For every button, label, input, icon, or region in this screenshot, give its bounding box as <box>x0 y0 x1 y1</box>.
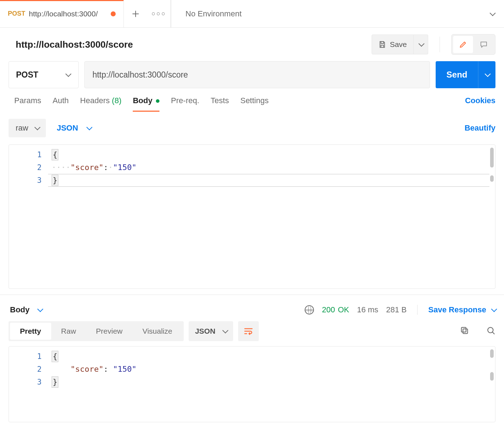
plus-icon <box>132 10 140 18</box>
view-mode-toggle <box>451 34 495 55</box>
tab-title: http://localhost:3000/ <box>29 10 107 18</box>
send-button-group: Send <box>436 61 495 88</box>
json-key: "score" <box>70 163 104 172</box>
globe-icon[interactable] <box>305 305 314 314</box>
view-visualize-button[interactable]: Visualize <box>132 323 182 340</box>
response-size: 281 B <box>386 305 407 314</box>
space-guide: · <box>108 163 113 172</box>
tab-params[interactable]: Params <box>14 96 41 112</box>
save-button-label: Save <box>390 40 407 49</box>
tab-headers[interactable]: Headers (8) <box>80 96 121 112</box>
response-format-selector[interactable]: JSON <box>189 321 233 341</box>
body-mode-value: raw <box>16 123 28 133</box>
line-gutter: 1 2 3 <box>9 346 48 422</box>
body-format-selector[interactable]: JSON <box>53 119 94 137</box>
wrap-icon <box>243 326 253 336</box>
copy-response-button[interactable] <box>460 326 469 337</box>
scrollbar[interactable] <box>490 372 494 381</box>
comment-mode-button[interactable] <box>474 36 494 53</box>
url-input[interactable]: http://localhost:3000/score <box>84 61 430 88</box>
save-button[interactable]: Save <box>372 35 414 54</box>
tab-method-label: POST <box>8 10 25 17</box>
close-brace: } <box>52 376 58 388</box>
unsaved-dot-icon <box>111 11 116 16</box>
scrollbar[interactable] <box>490 349 494 358</box>
tab-settings[interactable]: Settings <box>240 96 269 112</box>
svg-rect-0 <box>463 329 468 333</box>
tab-request[interactable]: POST http://localhost:3000/ <box>0 0 124 27</box>
line-number: 3 <box>9 174 42 187</box>
send-button[interactable]: Send <box>436 61 478 88</box>
comment-icon <box>479 40 488 49</box>
response-view-toolbar: Pretty Raw Preview Visualize JSON <box>0 321 504 341</box>
line-number: 1 <box>9 148 42 161</box>
view-raw-button[interactable]: Raw <box>51 323 86 340</box>
tab-headers-label: Headers <box>80 96 110 105</box>
search-response-button[interactable] <box>486 326 495 337</box>
line-number: 3 <box>9 376 42 388</box>
body-mode-selector[interactable]: raw <box>9 119 46 137</box>
view-segmented-control: Pretty Raw Preview Visualize <box>9 321 184 341</box>
search-icon <box>486 326 495 335</box>
environment-label: No Environment <box>185 9 242 18</box>
chevron-down-icon <box>485 71 491 77</box>
chevron-down-icon <box>35 124 41 130</box>
tab-auth[interactable]: Auth <box>53 96 69 112</box>
json-value: "150" <box>113 163 136 172</box>
chevron-down-icon <box>491 306 497 312</box>
method-selector[interactable]: POST <box>9 61 79 88</box>
body-toolbar: raw JSON Beautify <box>0 112 504 144</box>
request-body-editor[interactable]: 1 2 3 { ····"score":·"150" } <box>9 144 495 289</box>
request-title[interactable]: http://localhost:3000/score <box>16 39 365 50</box>
tab-bar: POST http://localhost:3000/ ○○○ No Envir… <box>0 0 504 28</box>
more-horizontal-icon: ○○○ <box>152 10 167 17</box>
url-value: http://localhost:3000/score <box>93 70 188 80</box>
beautify-button[interactable]: Beautify <box>464 123 495 133</box>
chevron-down-icon <box>65 71 71 77</box>
chevron-down-icon <box>37 306 43 312</box>
new-tab-button[interactable] <box>124 0 147 27</box>
chevron-down-icon <box>419 41 425 47</box>
svg-rect-1 <box>461 327 466 332</box>
tab-overflow-button[interactable]: ○○○ <box>147 0 171 27</box>
save-options-button[interactable] <box>414 35 428 54</box>
save-button-group: Save <box>372 35 428 54</box>
method-value: POST <box>16 70 38 80</box>
scrollbar[interactable] <box>490 175 494 182</box>
response-format-value: JSON <box>195 327 215 335</box>
send-options-button[interactable] <box>478 61 495 88</box>
tab-tests[interactable]: Tests <box>211 96 229 112</box>
save-icon <box>378 41 386 48</box>
copy-icon <box>460 326 469 335</box>
body-active-dot-icon <box>156 99 159 103</box>
scrollbar[interactable] <box>490 148 494 168</box>
edit-mode-button[interactable] <box>453 36 473 53</box>
url-bar-row: POST http://localhost:3000/score Send <box>0 61 504 88</box>
view-pretty-button[interactable]: Pretty <box>10 323 51 340</box>
save-response-button[interactable]: Save Response <box>428 305 495 314</box>
status-code: 200 <box>322 305 335 314</box>
line-number: 2 <box>9 363 42 376</box>
tab-body[interactable]: Body <box>133 96 159 112</box>
response-time: 16 ms <box>357 305 378 314</box>
response-section-label: Body <box>10 305 30 314</box>
chevron-down-icon <box>86 124 93 130</box>
code-area[interactable]: { ····"score":·"150" } <box>52 148 489 187</box>
line-number: 2 <box>9 161 42 174</box>
send-button-label: Send <box>446 70 467 80</box>
colon: : <box>104 163 108 172</box>
response-body-editor[interactable]: 1 2 3 { "score": "150" } <box>9 346 495 422</box>
environment-selector[interactable]: No Environment <box>171 0 504 27</box>
pencil-icon <box>459 40 467 49</box>
view-preview-button[interactable]: Preview <box>86 323 133 340</box>
tab-prereq[interactable]: Pre-req. <box>171 96 199 112</box>
wrap-lines-button[interactable] <box>238 321 259 341</box>
status-block: 200 OK <box>322 305 349 314</box>
line-gutter: 1 2 3 <box>9 145 48 289</box>
cookies-link[interactable]: Cookies <box>465 96 495 112</box>
response-section-selector[interactable]: Body <box>10 305 42 314</box>
json-key: "score" <box>70 365 104 374</box>
chevron-down-icon <box>490 10 496 16</box>
separator <box>440 37 440 52</box>
chevron-down-icon <box>222 327 229 333</box>
